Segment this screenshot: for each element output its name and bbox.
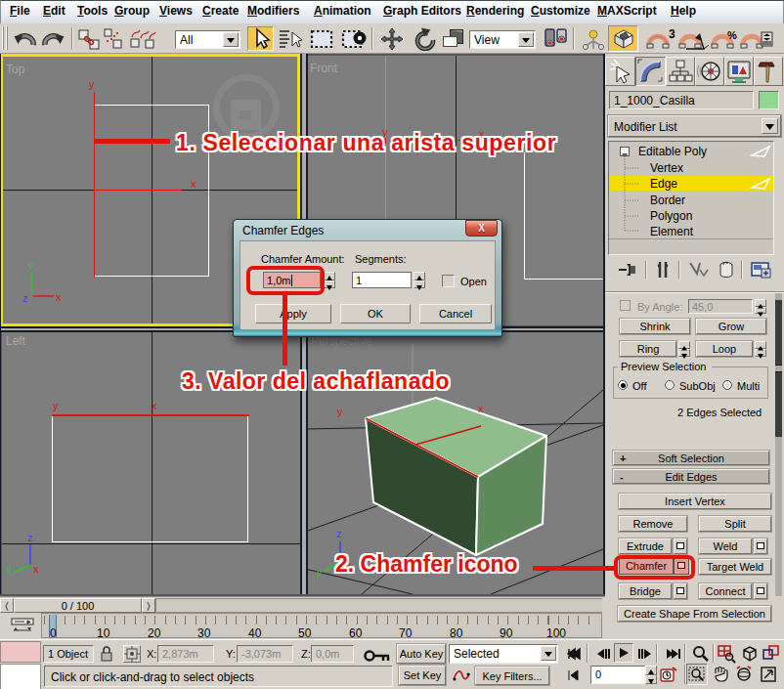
svg-text:z: z	[22, 292, 28, 304]
svg-text:y: y	[6, 563, 12, 575]
svg-text:z: z	[27, 532, 33, 543]
svg-text:x: x	[56, 291, 62, 303]
svg-text:y: y	[28, 259, 34, 271]
svg-text:y: y	[317, 566, 323, 578]
svg-text:z: z	[336, 528, 342, 539]
svg-text:3: 3	[669, 28, 675, 41]
svg-text:x: x	[33, 563, 39, 575]
svg-text:y: y	[337, 406, 343, 417]
svg-text:x: x	[478, 403, 484, 414]
svg-text:%: %	[727, 29, 737, 41]
